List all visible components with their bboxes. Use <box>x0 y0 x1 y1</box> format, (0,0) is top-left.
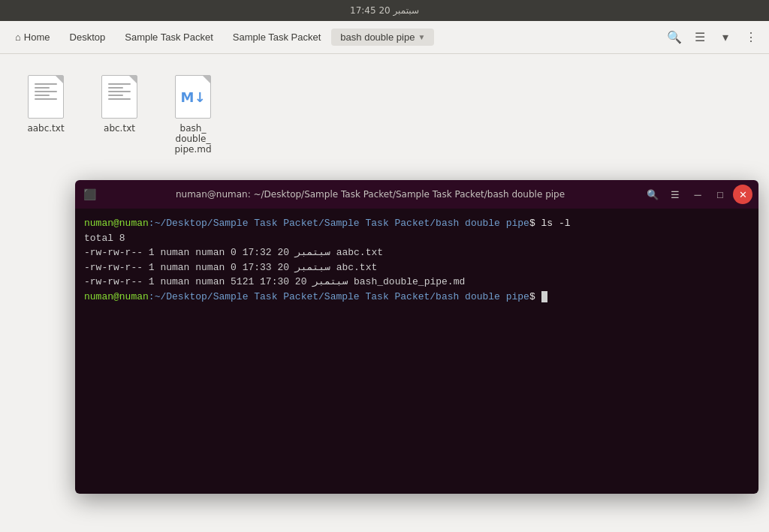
terminal-menu-button[interactable]: ☰ <box>665 185 685 204</box>
view-dropdown-icon: ▾ <box>722 30 728 44</box>
breadcrumb3-label: Sample Task Packet <box>233 32 321 43</box>
search-button[interactable]: 🔍 <box>662 26 686 50</box>
view-list-icon: ☰ <box>695 30 705 44</box>
prompt-1: numan@numan <box>84 218 149 229</box>
terminal-cursor <box>541 291 547 302</box>
desktop-label: Desktop <box>70 32 106 43</box>
breadcrumb3-button[interactable]: Sample Task Packet <box>224 29 330 46</box>
terminal-close-button[interactable]: ✕ <box>733 185 752 204</box>
terminal-window-controls: 🔍 ☰ ─ □ ✕ <box>643 185 752 204</box>
file-label-md: bash_double_pipe.md <box>174 123 211 155</box>
home-button[interactable]: ⌂ Home <box>6 29 59 46</box>
search-icon: 🔍 <box>667 30 682 44</box>
desktop-breadcrumb[interactable]: Desktop <box>61 29 115 46</box>
terminal-title: numan@numan: ~/Desktop/Sample Task Packe… <box>102 189 638 200</box>
file-icon-abc <box>101 75 137 119</box>
home-icon: ⌂ <box>15 32 21 43</box>
terminal-minimize-button[interactable]: ─ <box>688 185 707 204</box>
output-line-aabc: -rw-rw-r-- 1 numan numan 0 17:32 20 سبتم… <box>84 247 383 258</box>
top-bar: 17:45 20 سبتمبر <box>0 0 769 21</box>
path-1: :~/Desktop/Sample Task Packet/Sample Tas… <box>149 218 529 229</box>
terminal-line-4: -rw-rw-r-- 1 numan numan 0 17:33 20 سبتم… <box>84 260 749 275</box>
terminal-titlebar: ⬛ numan@numan: ~/Desktop/Sample Task Pac… <box>75 180 758 209</box>
terminal-line-5: -rw-rw-r-- 1 numan numan 5121 17:30 20 س… <box>84 275 749 290</box>
menu-button[interactable]: ⋮ <box>739 26 763 50</box>
menu-icon: ⋮ <box>745 30 757 44</box>
file-icon-md: M↓ <box>175 75 211 119</box>
output-line-abc: -rw-rw-r-- 1 numan numan 0 17:33 20 سبتم… <box>84 262 377 273</box>
file-aabc-txt[interactable]: aabc.txt <box>12 69 80 161</box>
dropdown-arrow-icon: ▼ <box>418 33 425 41</box>
output-total: total 8 <box>84 233 125 244</box>
md-icon: M↓ <box>181 89 206 105</box>
terminal-window: ⬛ numan@numan: ~/Desktop/Sample Task Pac… <box>75 180 758 494</box>
cmd-1: $ ls -l <box>529 218 571 229</box>
terminal-icon: ⬛ <box>81 186 98 203</box>
current-folder-button[interactable]: bash double pipe ▼ <box>331 29 434 46</box>
terminal-line-3: -rw-rw-r-- 1 numan numan 0 17:32 20 سبتم… <box>84 245 749 260</box>
file-icon-aabc <box>28 75 64 119</box>
terminal-maximize-button[interactable]: □ <box>710 185 730 204</box>
terminal-line-1: numan@numan:~/Desktop/Sample Task Packet… <box>84 216 749 231</box>
current-label: bash double pipe <box>340 32 415 43</box>
terminal-body[interactable]: numan@numan:~/Desktop/Sample Task Packet… <box>75 209 758 494</box>
breadcrumb2-button[interactable]: Sample Task Packet <box>116 29 222 46</box>
file-label-aabc: aabc.txt <box>27 123 64 134</box>
breadcrumb2-label: Sample Task Packet <box>125 32 213 43</box>
file-label-abc: abc.txt <box>104 123 135 134</box>
file-abc-txt[interactable]: abc.txt <box>86 69 153 161</box>
clock: 17:45 20 سبتمبر <box>350 5 419 16</box>
nav-bar: ⌂ Home Desktop Sample Task Packet Sample… <box>0 21 769 54</box>
output-line-md: -rw-rw-r-- 1 numan numan 5121 17:30 20 س… <box>84 276 465 287</box>
file-bash-double-pipe-md[interactable]: M↓ bash_double_pipe.md <box>159 69 227 161</box>
file-area: aabc.txt abc.txt M↓ bash_double_pipe.md <box>0 54 769 176</box>
home-label: Home <box>24 32 50 43</box>
view-dropdown-button[interactable]: ▾ <box>713 26 737 50</box>
terminal-line-2: total 8 <box>84 231 749 246</box>
path-2: :~/Desktop/Sample Task Packet/Sample Tas… <box>149 291 529 302</box>
view-list-button[interactable]: ☰ <box>688 26 712 50</box>
prompt-2: numan@numan <box>84 291 149 302</box>
cmd-2: $ <box>529 291 541 302</box>
terminal-search-button[interactable]: 🔍 <box>643 185 662 204</box>
terminal-line-6: numan@numan:~/Desktop/Sample Task Packet… <box>84 290 749 305</box>
